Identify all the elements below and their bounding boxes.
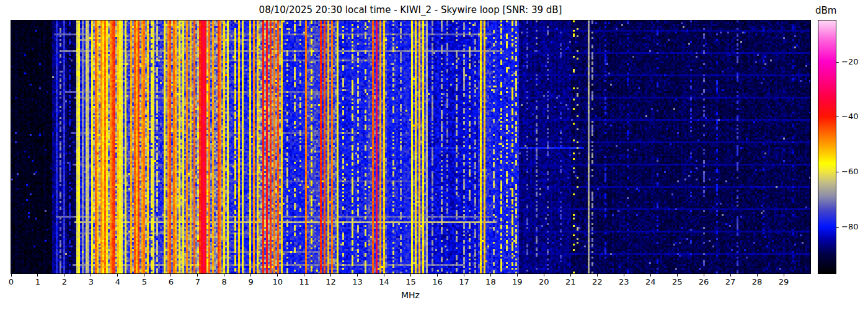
x-tick-mark <box>570 274 571 277</box>
x-tick-label: 4 <box>115 277 120 286</box>
x-tick-label: 16 <box>432 277 443 286</box>
x-tick-label: 15 <box>405 277 416 286</box>
x-tick-label: 28 <box>752 277 763 286</box>
spectrogram-plot <box>11 20 811 274</box>
colorbar-label: dBm <box>815 5 836 16</box>
spectrogram-canvas <box>11 20 810 273</box>
x-tick-mark <box>144 274 144 277</box>
x-tick-mark <box>650 274 651 277</box>
colorbar-tick-mark <box>836 227 839 228</box>
x-tick-label: 7 <box>195 277 200 286</box>
x-tick-label: 21 <box>565 277 576 286</box>
x-tick-label: 27 <box>725 277 736 286</box>
colorbar-tick-label: −60 <box>841 167 858 176</box>
x-tick-label: 20 <box>539 277 549 286</box>
x-tick-label: 2 <box>62 277 67 286</box>
x-axis-label: MHz <box>401 290 420 300</box>
colorbar-tick-mark <box>836 117 839 117</box>
x-tick-label: 0 <box>9 277 14 286</box>
x-tick-mark <box>91 274 91 277</box>
x-tick-label: 14 <box>379 277 389 286</box>
x-tick-mark <box>784 274 784 277</box>
x-tick-mark <box>117 274 118 277</box>
x-tick-mark <box>704 274 704 277</box>
x-tick-mark <box>544 274 544 277</box>
x-tick-mark <box>517 274 518 277</box>
x-tick-mark <box>757 274 758 277</box>
colorbar <box>818 20 836 274</box>
x-tick-mark <box>624 274 624 277</box>
x-tick-mark <box>437 274 438 277</box>
x-tick-mark <box>464 274 464 277</box>
x-tick-label: 1 <box>35 277 40 286</box>
x-tick-label: 18 <box>485 277 496 286</box>
x-tick-label: 12 <box>326 277 336 286</box>
x-tick-label: 8 <box>222 277 227 286</box>
figure: { "chart_data": { "type": "heatmap", "su… <box>0 0 868 310</box>
x-tick-mark <box>250 274 251 277</box>
colorbar-tick-mark <box>836 172 839 172</box>
x-tick-mark <box>677 274 678 277</box>
x-tick-mark <box>277 274 278 277</box>
x-tick-label: 26 <box>699 277 709 286</box>
x-tick-mark <box>224 274 224 277</box>
x-tick-label: 13 <box>352 277 363 286</box>
x-tick-mark <box>357 274 358 277</box>
x-tick-label: 9 <box>249 277 254 286</box>
x-tick-label: 25 <box>672 277 683 286</box>
x-tick-mark <box>384 274 384 277</box>
x-tick-mark <box>170 274 171 277</box>
x-tick-mark <box>304 274 304 277</box>
colorbar-tick-label: −40 <box>841 112 858 121</box>
x-tick-label: 22 <box>592 277 603 286</box>
chart-title: 08/10/2025 20:30 local time - KIWI_2 - S… <box>259 4 562 16</box>
x-tick-label: 10 <box>272 277 283 286</box>
x-tick-mark <box>410 274 411 277</box>
x-tick-mark <box>597 274 598 277</box>
x-tick-mark <box>330 274 331 277</box>
x-tick-mark <box>490 274 491 277</box>
x-tick-label: 19 <box>512 277 523 286</box>
x-tick-label: 11 <box>299 277 309 286</box>
x-tick-label: 24 <box>645 277 656 286</box>
colorbar-tick-mark <box>836 62 839 63</box>
x-tick-mark <box>64 274 64 277</box>
x-tick-label: 29 <box>779 277 789 286</box>
x-tick-label: 17 <box>459 277 469 286</box>
x-tick-mark <box>730 274 731 277</box>
x-tick-label: 3 <box>89 277 94 286</box>
x-tick-mark <box>197 274 198 277</box>
x-tick-mark <box>11 274 12 277</box>
colorbar-tick-label: −20 <box>841 56 858 66</box>
x-tick-label: 5 <box>142 277 147 286</box>
colorbar-tick-label: −80 <box>841 221 858 231</box>
x-tick-label: 23 <box>619 277 629 286</box>
x-tick-label: 6 <box>169 277 174 286</box>
x-tick-mark <box>37 274 38 277</box>
